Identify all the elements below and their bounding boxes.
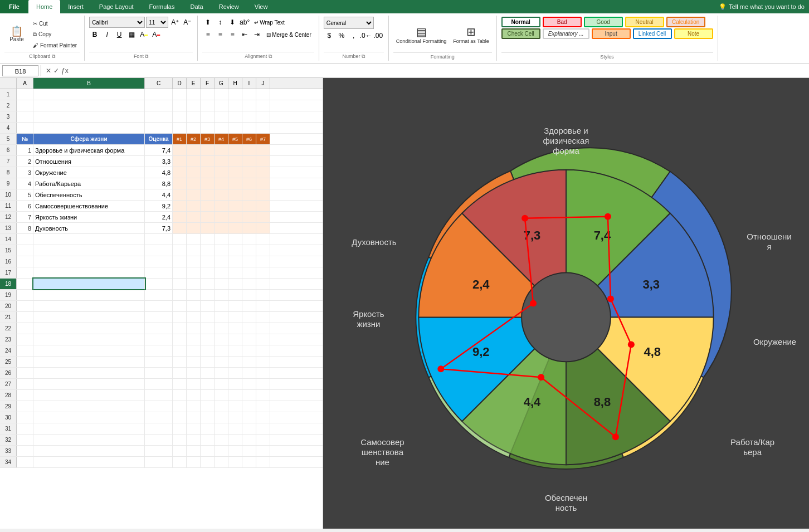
cell[interactable] [242, 201, 256, 211]
align-bottom-button[interactable]: ⬇ [227, 17, 238, 28]
cell[interactable] [242, 412, 256, 423]
cell[interactable] [33, 435, 145, 445]
cell[interactable] [17, 301, 33, 311]
cell[interactable] [173, 457, 187, 467]
cell[interactable] [228, 390, 242, 401]
cell[interactable] [17, 100, 33, 111]
cell[interactable] [145, 100, 173, 111]
cell[interactable] [215, 256, 228, 267]
cell[interactable] [173, 412, 187, 423]
cell[interactable] [33, 290, 145, 300]
cell[interactable] [242, 234, 256, 245]
cell[interactable] [173, 301, 187, 311]
cell[interactable] [145, 401, 173, 412]
font-size-select[interactable]: 11 [146, 17, 168, 28]
col-header-h[interactable]: H [228, 78, 242, 89]
cell[interactable] [215, 401, 228, 412]
cell[interactable] [173, 156, 187, 167]
cell[interactable] [173, 201, 187, 211]
cell[interactable] [145, 368, 173, 378]
cell[interactable] [256, 412, 270, 423]
cell[interactable] [201, 223, 215, 233]
cell[interactable] [201, 234, 215, 245]
cell[interactable] [256, 256, 270, 267]
cell[interactable]: 3,3 [145, 156, 173, 167]
cell[interactable] [173, 423, 187, 434]
cell[interactable] [145, 256, 173, 267]
table-row[interactable]: 16 [0, 256, 323, 267]
cell[interactable] [242, 423, 256, 434]
cell[interactable] [145, 423, 173, 434]
cell[interactable] [33, 323, 145, 334]
cell[interactable] [242, 212, 256, 222]
cell[interactable] [228, 301, 242, 311]
cell[interactable] [242, 223, 256, 233]
cell[interactable] [228, 267, 242, 278]
cell[interactable] [242, 446, 256, 456]
col-header-a[interactable]: A [17, 78, 33, 89]
cell[interactable] [228, 345, 242, 356]
cell[interactable] [242, 145, 256, 155]
cell[interactable] [17, 401, 33, 412]
cell[interactable] [201, 368, 215, 378]
cell[interactable] [256, 357, 270, 367]
cell[interactable] [145, 334, 173, 345]
cell[interactable] [228, 178, 242, 189]
cell[interactable] [215, 223, 228, 233]
cell[interactable] [33, 446, 145, 456]
cell[interactable] [17, 267, 33, 278]
table-row[interactable]: 26 [0, 368, 323, 379]
cell[interactable] [201, 435, 215, 445]
cell[interactable] [173, 145, 187, 155]
cell[interactable] [17, 123, 33, 133]
cell[interactable] [33, 379, 145, 389]
table-row[interactable]: 27 [0, 379, 323, 390]
cell[interactable] [187, 256, 201, 267]
table-row[interactable]: 127Яркость жизни2,4 [0, 212, 323, 223]
font-family-select[interactable]: Calibri [89, 17, 145, 28]
cell[interactable] [228, 279, 242, 289]
align-middle-button[interactable]: ↕ [215, 17, 226, 28]
cell[interactable] [33, 401, 145, 412]
cell[interactable] [215, 301, 228, 311]
cell[interactable] [187, 267, 201, 278]
cell[interactable] [215, 111, 228, 122]
cell[interactable] [201, 423, 215, 434]
cell[interactable]: Духовность [33, 223, 145, 233]
cell[interactable] [215, 189, 228, 200]
cell[interactable] [201, 245, 215, 256]
cell[interactable] [201, 111, 215, 122]
italic-button[interactable]: I [101, 29, 113, 40]
cell[interactable] [145, 357, 173, 367]
cell[interactable] [145, 234, 173, 245]
cell[interactable] [187, 223, 201, 233]
cell[interactable] [201, 357, 215, 367]
cell[interactable]: Обеспеченность [33, 189, 145, 200]
cell[interactable] [228, 223, 242, 233]
cell[interactable] [256, 223, 270, 233]
cell[interactable] [173, 178, 187, 189]
merge-center-button[interactable]: ⊟ Merge & Center [264, 30, 314, 40]
cell[interactable] [256, 156, 270, 167]
cell[interactable] [256, 145, 270, 155]
cut-button[interactable]: ✂ Cut [30, 19, 80, 28]
cell[interactable] [256, 89, 270, 100]
cell[interactable] [33, 390, 145, 401]
cell[interactable] [17, 312, 33, 323]
linked-cell-style-button[interactable]: Linked Cell [633, 28, 672, 39]
cell[interactable] [173, 390, 187, 401]
cell[interactable] [256, 201, 270, 211]
table-row[interactable]: 14 [0, 234, 323, 245]
border-button[interactable]: ▦ [126, 29, 137, 40]
cell[interactable] [242, 368, 256, 378]
cell[interactable] [228, 323, 242, 334]
cell[interactable] [242, 334, 256, 345]
cell[interactable] [187, 312, 201, 323]
cell[interactable] [228, 423, 242, 434]
cell[interactable] [256, 446, 270, 456]
cell[interactable] [33, 412, 145, 423]
cell[interactable]: #6 [242, 134, 256, 144]
cell[interactable]: 4 [17, 178, 33, 189]
tab-review[interactable]: Review [211, 0, 247, 13]
accounting-button[interactable]: $ [324, 30, 335, 41]
